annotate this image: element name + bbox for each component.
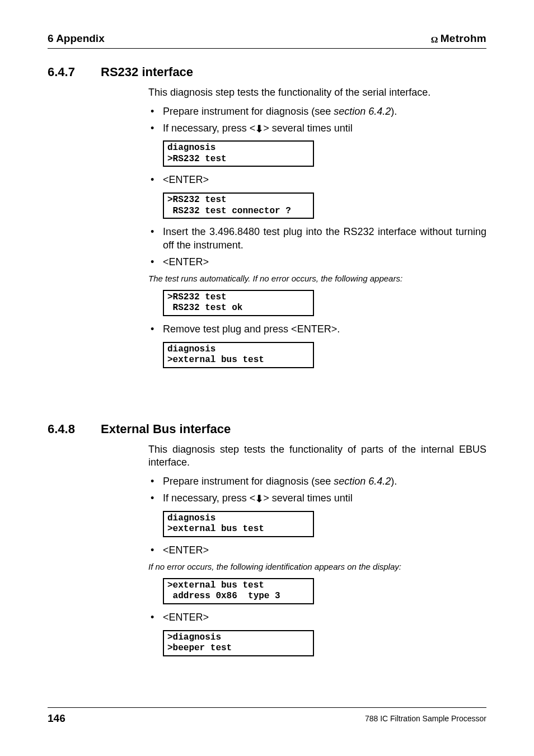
list-item: <ENTER> (148, 611, 486, 624)
list-item: <ENTER> (148, 256, 486, 269)
text: If necessary, press < (163, 123, 255, 134)
bullet-list: <ENTER> (148, 611, 486, 624)
list-item: Remove test plug and press <ENTER>. (148, 323, 486, 336)
bullet-list: Remove test plug and press <ENTER>. (148, 323, 486, 336)
lcd-display: >RS232 test RS232 test connector ? (163, 192, 314, 219)
section-ref: section 6.4.2 (334, 106, 391, 117)
omega-icon: Ω (431, 35, 438, 44)
section-heading-647: 6.4.7 RS232 interface (48, 65, 486, 79)
down-arrow-icon: ⬇ (255, 123, 263, 135)
list-item: Prepare instrument for diagnosis (see se… (148, 475, 486, 489)
note-text: If no error occurs, the following identi… (148, 561, 486, 572)
bullet-list: <ENTER> (148, 173, 486, 187)
text: ). (391, 106, 397, 117)
list-item: Insert the 3.496.8480 test plug into the… (148, 226, 486, 252)
intro-paragraph: This diagnosis step tests the functional… (148, 443, 486, 470)
section-title: External Bus interface (101, 422, 231, 436)
section-647-body: This diagnosis step tests the functional… (148, 86, 486, 368)
page-header: 6 Appendix Ω Metrohm (48, 32, 486, 49)
lcd-display: diagnosis >RS232 test (163, 140, 314, 167)
lcd-display: diagnosis >external bus test (163, 511, 314, 537)
lcd-display: >external bus test address 0x86 type 3 (163, 578, 314, 604)
intro-paragraph: This diagnosis step tests the functional… (148, 86, 486, 100)
bullet-list: Prepare instrument for diagnosis (see se… (148, 475, 486, 505)
bullet-list: <ENTER> (148, 544, 486, 557)
section-heading-648: 6.4.8 External Bus interface (48, 422, 486, 436)
page-footer: 146 788 IC Filtration Sample Processor (48, 707, 486, 725)
section-number: 6.4.8 (48, 422, 101, 436)
list-item: Prepare instrument for diagnosis (see se… (148, 105, 486, 119)
section-ref: section 6.4.2 (334, 476, 391, 487)
lcd-display: >RS232 test RS232 test ok (163, 290, 314, 316)
bullet-list: Insert the 3.496.8480 test plug into the… (148, 226, 486, 269)
text: Prepare instrument for diagnosis (see (163, 476, 334, 487)
down-arrow-icon: ⬇ (255, 493, 263, 505)
lcd-display: >diagnosis >beeper test (163, 630, 314, 656)
section-number: 6.4.7 (48, 65, 101, 79)
bullet-list: Prepare instrument for diagnosis (see se… (148, 105, 486, 135)
page-number: 146 (48, 712, 65, 725)
section-title: RS232 interface (101, 65, 193, 79)
list-item: <ENTER> (148, 544, 486, 557)
content-area: 6.4.7 RS232 interface This diagnosis ste… (48, 62, 486, 663)
text: > several times until (263, 492, 353, 504)
section-648-body: This diagnosis step tests the functional… (148, 443, 486, 656)
text: ). (391, 476, 397, 487)
list-item: <ENTER> (148, 173, 486, 187)
text: If necessary, press < (163, 492, 255, 504)
text: Prepare instrument for diagnosis (see (163, 106, 334, 117)
chapter-label: 6 Appendix (48, 32, 105, 45)
document-name: 788 IC Filtration Sample Processor (365, 714, 486, 723)
brand-name: Metrohm (441, 32, 486, 45)
note-text: The test runs automatically. If no error… (148, 273, 486, 284)
list-item: If necessary, press <⬇> several times un… (148, 492, 486, 505)
text: > several times until (263, 123, 353, 134)
brand-logo: Ω Metrohm (431, 32, 486, 45)
lcd-display: diagnosis >external bus test (163, 342, 314, 368)
list-item: If necessary, press <⬇> several times un… (148, 122, 486, 135)
